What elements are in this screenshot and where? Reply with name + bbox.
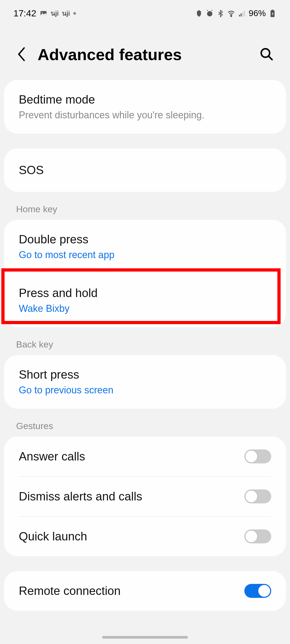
back-key-card: Short press Go to previous screen xyxy=(4,355,286,409)
double-press-value: Go to most recent app xyxy=(19,249,271,261)
home-key-header: Home key xyxy=(0,192,290,220)
bedtime-card: Bedtime mode Prevent disturbances while … xyxy=(4,80,286,134)
battery-icon xyxy=(269,9,277,17)
answer-calls-toggle[interactable] xyxy=(244,449,271,463)
dismiss-alerts-toggle[interactable] xyxy=(244,489,271,503)
search-icon[interactable] xyxy=(259,47,274,63)
back-key-header: Back key xyxy=(0,327,290,355)
quick-launch-item[interactable]: Quick launch xyxy=(4,517,286,556)
teams-icon: นji xyxy=(51,9,59,17)
clock: 17:42 xyxy=(13,8,36,19)
svg-rect-4 xyxy=(239,15,240,16)
notification-dot-icon xyxy=(73,12,76,15)
press-and-hold-item[interactable]: Press and hold Wake Bixby xyxy=(4,273,286,327)
home-key-card: Double press Go to most recent app Press… xyxy=(4,220,286,327)
svg-point-2 xyxy=(207,11,212,16)
remote-toggle[interactable] xyxy=(244,584,271,598)
back-icon[interactable] xyxy=(16,46,27,63)
remote-title: Remote connection xyxy=(19,584,121,598)
app-icon xyxy=(195,9,203,17)
dismiss-alerts-title: Dismiss alerts and calls xyxy=(19,490,142,503)
signal-icon xyxy=(238,9,246,17)
bedtime-title: Bedtime mode xyxy=(19,93,271,106)
quick-launch-title: Quick launch xyxy=(19,530,87,543)
sos-item[interactable]: SOS xyxy=(4,148,286,192)
svg-rect-6 xyxy=(242,12,243,16)
remote-card: Remote connection xyxy=(4,571,286,611)
remote-connection-item[interactable]: Remote connection xyxy=(4,571,286,611)
wifi-icon xyxy=(227,9,235,17)
press-hold-value: Wake Bixby xyxy=(19,303,271,314)
answer-calls-title: Answer calls xyxy=(19,450,85,463)
svg-point-3 xyxy=(231,16,232,17)
svg-rect-5 xyxy=(241,13,242,16)
bedtime-mode-item[interactable]: Bedtime mode Prevent disturbances while … xyxy=(4,80,286,134)
answer-calls-item[interactable]: Answer calls xyxy=(4,437,286,476)
gestures-card: Answer calls Dismiss alerts and calls Qu… xyxy=(4,437,286,556)
short-press-value: Go to previous screen xyxy=(19,385,271,396)
double-press-item[interactable]: Double press Go to most recent app xyxy=(4,220,286,273)
bedtime-subtitle: Prevent disturbances while you're sleepi… xyxy=(19,109,271,121)
sos-title: SOS xyxy=(19,163,271,177)
svg-rect-9 xyxy=(271,10,274,11)
short-press-item[interactable]: Short press Go to previous screen xyxy=(4,355,286,409)
alarm-icon xyxy=(206,9,214,17)
short-press-title: Short press xyxy=(19,368,271,381)
quick-launch-toggle[interactable] xyxy=(244,529,271,543)
status-bar: 17:42 นji นji 96% xyxy=(0,0,290,24)
sos-card: SOS xyxy=(4,148,286,192)
status-right: 96% xyxy=(195,8,277,18)
page-title: Advanced features xyxy=(38,45,249,64)
teams-icon-2: นji xyxy=(62,9,70,17)
image-icon xyxy=(39,9,48,17)
svg-rect-7 xyxy=(244,11,245,16)
double-press-title: Double press xyxy=(19,233,271,246)
battery-percent: 96% xyxy=(249,8,266,18)
page-header: Advanced features xyxy=(0,24,290,80)
dismiss-alerts-item[interactable]: Dismiss alerts and calls xyxy=(4,477,286,516)
press-hold-title: Press and hold xyxy=(19,286,271,300)
svg-point-1 xyxy=(42,12,43,13)
status-left: 17:42 นji นji xyxy=(13,8,76,19)
gestures-header: Gestures xyxy=(0,409,290,437)
bluetooth-icon xyxy=(216,9,224,17)
nav-handle[interactable] xyxy=(102,636,188,639)
